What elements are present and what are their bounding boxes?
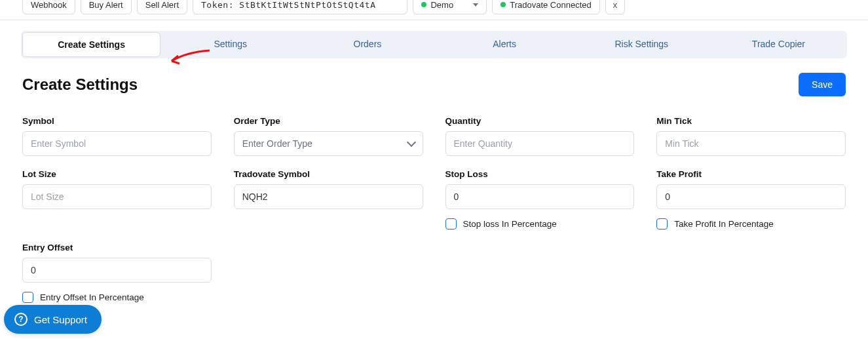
environment-value: Demo: [430, 0, 453, 10]
field-entry-offset: Entry Offset Entry Offset In Percentage: [22, 243, 212, 303]
stop-loss-input[interactable]: [445, 184, 635, 209]
chevron-down-icon: [406, 138, 415, 147]
help-icon: ?: [14, 313, 28, 326]
label-order-type: Order Type: [234, 116, 423, 126]
token-display: Token: StBtKtItWtStNtPtOtStQt4tA: [193, 0, 407, 14]
label-entry-offset: Entry Offset: [22, 243, 212, 252]
label-take-profit: Take Profit: [656, 169, 846, 179]
chevron-down-icon: [473, 3, 478, 7]
symbol-input[interactable]: [22, 131, 212, 156]
tab-risk-settings[interactable]: Risk Settings: [573, 31, 710, 58]
field-stop-loss: Stop Loss Stop loss In Percentage: [445, 169, 635, 229]
field-tradovate-symbol: Tradovate Symbol: [234, 169, 423, 229]
connection-status: Tradovate Connected: [492, 0, 600, 14]
tab-bar: Create Settings Settings Orders Alerts R…: [21, 31, 847, 58]
environment-select[interactable]: Demo: [413, 0, 487, 14]
tab-trade-copier[interactable]: Trade Copier: [710, 31, 847, 58]
take-profit-percentage-checkbox[interactable]: [656, 218, 668, 229]
field-quantity: Quantity: [445, 116, 635, 156]
take-profit-percentage-row: Take Profit In Percentage: [656, 218, 846, 229]
take-profit-input[interactable]: [656, 184, 846, 209]
close-button[interactable]: x: [605, 0, 625, 14]
label-symbol: Symbol: [22, 116, 212, 126]
take-profit-percentage-label: Take Profit In Percentage: [674, 219, 774, 229]
form-grid: Symbol Order Type Enter Order Type Quant…: [0, 96, 868, 303]
label-quantity: Quantity: [445, 116, 635, 126]
page-header: Create Settings Save: [0, 58, 868, 96]
quantity-input[interactable]: [445, 131, 635, 156]
top-toolbar: Webhook Buy Alert Sell Alert Token: StBt…: [0, 0, 868, 20]
entry-offset-percentage-row: Entry Offset In Percentage: [22, 292, 212, 303]
get-support-button[interactable]: ? Get Support: [4, 305, 102, 334]
tab-settings[interactable]: Settings: [162, 31, 299, 58]
tradovate-symbol-input[interactable]: [234, 184, 423, 209]
min-tick-input[interactable]: [656, 131, 846, 156]
entry-offset-percentage-label: Entry Offset In Percentage: [40, 292, 144, 302]
field-take-profit: Take Profit Take Profit In Percentage: [656, 169, 846, 229]
tab-orders[interactable]: Orders: [299, 31, 436, 58]
entry-offset-input[interactable]: [22, 258, 212, 283]
field-order-type: Order Type Enter Order Type: [234, 116, 423, 156]
tabs-container: Create Settings Settings Orders Alerts R…: [0, 20, 868, 58]
order-type-select[interactable]: Enter Order Type: [234, 131, 423, 156]
stop-loss-percentage-label: Stop loss In Percentage: [463, 219, 557, 229]
lot-size-input[interactable]: [22, 184, 212, 209]
entry-offset-percentage-checkbox[interactable]: [22, 292, 33, 303]
page-title: Create Settings: [22, 75, 138, 94]
tab-alerts[interactable]: Alerts: [436, 31, 573, 58]
tab-create-settings[interactable]: Create Settings: [22, 32, 160, 57]
status-dot-icon: [421, 2, 426, 7]
label-lot-size: Lot Size: [22, 169, 212, 179]
stop-loss-percentage-checkbox[interactable]: [445, 218, 457, 229]
buy-alert-button[interactable]: Buy Alert: [81, 0, 132, 14]
label-tradovate-symbol: Tradovate Symbol: [234, 169, 423, 179]
get-support-label: Get Support: [34, 314, 87, 325]
stop-loss-percentage-row: Stop loss In Percentage: [445, 218, 635, 229]
webhook-button[interactable]: Webhook: [22, 0, 75, 14]
x-icon: x: [613, 0, 617, 10]
status-dot-icon: [500, 2, 506, 7]
save-button[interactable]: Save: [799, 73, 846, 96]
field-symbol: Symbol: [22, 116, 212, 156]
sell-alert-button[interactable]: Sell Alert: [137, 0, 187, 14]
label-stop-loss: Stop Loss: [445, 169, 635, 179]
field-lot-size: Lot Size: [22, 169, 212, 229]
order-type-placeholder: Enter Order Type: [242, 138, 312, 149]
connection-status-label: Tradovate Connected: [510, 0, 592, 10]
label-min-tick: Min Tick: [656, 116, 846, 126]
field-min-tick: Min Tick: [656, 116, 846, 156]
